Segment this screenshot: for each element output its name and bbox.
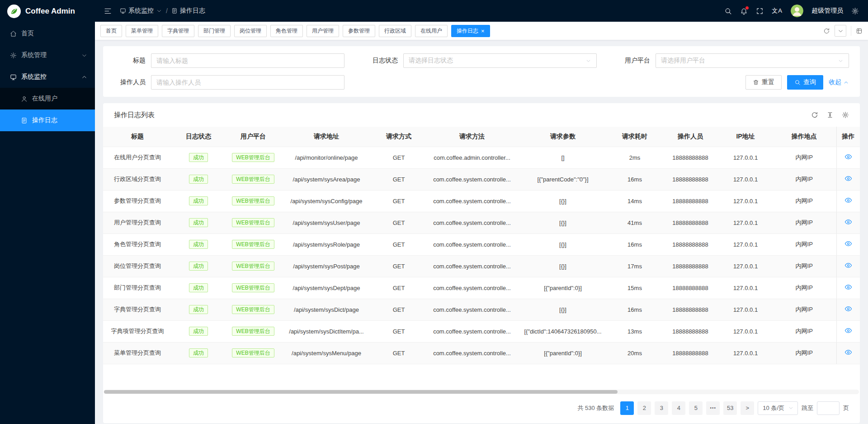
- tab-item[interactable]: 字典管理: [162, 25, 194, 37]
- jump-page-input[interactable]: [817, 401, 840, 415]
- cell-method: GET: [372, 147, 426, 168]
- tab-item[interactable]: 角色管理: [270, 25, 303, 37]
- notification-dot: [745, 6, 749, 10]
- platform-badge: WEB管理后台: [232, 348, 274, 357]
- tab-item[interactable]: 在线用户: [415, 25, 448, 37]
- view-detail-eye-icon[interactable]: [844, 348, 852, 356]
- pagination-page-1[interactable]: 1: [620, 401, 634, 415]
- pagination-page-53[interactable]: 53: [723, 401, 737, 415]
- sidebar-item-online-users[interactable]: 在线用户: [0, 88, 95, 110]
- cell-location: 内网IP: [772, 320, 836, 342]
- cell-title: 部门管理分页查询: [103, 277, 172, 299]
- translate-icon[interactable]: 文A: [772, 7, 783, 15]
- user-avatar[interactable]: [791, 5, 803, 17]
- sidebar-item-system-management[interactable]: 系统管理: [0, 44, 95, 66]
- refresh-table-icon[interactable]: [811, 111, 818, 119]
- tab-close-icon[interactable]: ×: [481, 28, 485, 34]
- collapse-filter-link[interactable]: 收起: [829, 78, 849, 86]
- tab-bar: 首页菜单管理字典管理部门管理岗位管理角色管理用户管理参数管理行政区域在线用户操作…: [95, 22, 868, 40]
- tab-item[interactable]: 部门管理: [198, 25, 231, 37]
- cell-params: [{}]: [518, 212, 608, 233]
- view-detail-eye-icon[interactable]: [844, 218, 852, 226]
- filter-field-operator: 操作人员: [114, 75, 344, 90]
- layout-icon[interactable]: [856, 28, 863, 34]
- cell-location: 内网IP: [772, 299, 836, 320]
- page-size-select[interactable]: 10 条/页: [758, 401, 798, 415]
- reset-button[interactable]: 重置: [745, 75, 782, 90]
- header-actions: 文A 超级管理员: [724, 5, 859, 17]
- cell-location: 内网IP: [772, 277, 836, 299]
- sidebar-item-home[interactable]: 首页: [0, 23, 95, 44]
- column-header: 请求耗时: [608, 127, 662, 147]
- cell-action: [836, 277, 860, 299]
- cell-duration: 16ms: [608, 168, 662, 190]
- monitor-icon: [10, 74, 17, 81]
- breadcrumb-item-operation-log[interactable]: 操作日志: [171, 7, 205, 15]
- cell-duration: 15ms: [608, 277, 662, 299]
- operator-input[interactable]: [156, 79, 339, 86]
- horizontal-scrollbar-thumb[interactable]: [104, 390, 618, 394]
- pagination-page-2[interactable]: 2: [637, 401, 651, 415]
- table-row: 部门管理分页查询成功WEB管理后台/api/system/sysDept/pag…: [103, 277, 860, 299]
- table-settings-gear-icon[interactable]: [842, 111, 849, 119]
- pagination-page-4[interactable]: 4: [672, 401, 685, 415]
- sidebar-item-system-monitor[interactable]: 系统监控: [0, 66, 95, 88]
- pagination-page-5[interactable]: 5: [689, 401, 703, 415]
- pagination-ellipsis[interactable]: •••: [706, 401, 720, 415]
- view-detail-eye-icon[interactable]: [844, 175, 852, 182]
- search-icon[interactable]: [724, 7, 732, 15]
- cell-location: 内网IP: [772, 233, 836, 255]
- view-detail-eye-icon[interactable]: [844, 262, 852, 269]
- pagination-page-3[interactable]: 3: [655, 401, 668, 415]
- cell-status: 成功: [172, 255, 225, 277]
- table-row: 角色管理分页查询成功WEB管理后台/api/system/sysRole/pag…: [103, 233, 860, 255]
- tab-item[interactable]: 行政区域: [379, 25, 411, 37]
- view-detail-eye-icon[interactable]: [844, 305, 852, 313]
- tab-item[interactable]: 菜单管理: [126, 25, 158, 37]
- table-header-row: 标题日志状态用户平台请求地址请求方式请求方法请求参数请求耗时操作人员IP地址操作…: [103, 127, 860, 147]
- card-header: 操作日志列表: [103, 103, 860, 127]
- notification-bell-icon[interactable]: [740, 7, 748, 15]
- query-button[interactable]: 查询: [787, 75, 823, 90]
- cell-operator: 18888888888: [662, 277, 719, 299]
- breadcrumb-item-system-monitor[interactable]: 系统监控: [120, 7, 162, 15]
- username-label[interactable]: 超级管理员: [811, 7, 843, 15]
- fullscreen-icon[interactable]: [756, 7, 764, 15]
- sidebar: Coffee Admin 首页 系统管理 系统监控 在线用户: [0, 0, 95, 424]
- cell-status: 成功: [172, 212, 225, 233]
- status-badge: 成功: [189, 348, 208, 357]
- column-header: 请求地址: [281, 127, 372, 147]
- cell-operator: 18888888888: [662, 168, 719, 190]
- status-badge: 成功: [189, 327, 208, 336]
- tab-item[interactable]: 参数管理: [343, 25, 375, 37]
- sidebar-item-operation-log[interactable]: 操作日志: [0, 110, 95, 131]
- collapse-sidebar-icon[interactable]: [104, 7, 112, 15]
- column-height-icon[interactable]: [826, 111, 834, 119]
- view-detail-eye-icon[interactable]: [844, 240, 852, 248]
- status-badge: 成功: [189, 262, 208, 271]
- settings-gear-icon[interactable]: [851, 7, 859, 15]
- tab-item[interactable]: 岗位管理: [234, 25, 267, 37]
- view-detail-eye-icon[interactable]: [844, 283, 852, 291]
- title-input[interactable]: [156, 57, 339, 64]
- tabs-dropdown-chevron-icon[interactable]: [835, 25, 846, 37]
- tab-label: 角色管理: [276, 27, 297, 35]
- cell-ip: 127.0.0.1: [719, 342, 772, 364]
- cell-ip: 127.0.0.1: [719, 168, 772, 190]
- cell-method: GET: [372, 255, 426, 277]
- refresh-tabs-icon[interactable]: [823, 28, 830, 34]
- tab-item[interactable]: 用户管理: [307, 25, 339, 37]
- view-detail-eye-icon[interactable]: [844, 327, 852, 334]
- tab-item[interactable]: 首页: [100, 25, 122, 37]
- tab-item[interactable]: 操作日志×: [451, 25, 490, 37]
- divider: [851, 26, 851, 36]
- pagination-pages: 12345•••53: [620, 401, 737, 415]
- cell-platform: WEB管理后台: [225, 277, 281, 299]
- cell-status: 成功: [172, 168, 225, 190]
- view-detail-eye-icon[interactable]: [844, 196, 852, 204]
- platform-select[interactable]: 请选择用户平台: [656, 53, 849, 68]
- status-select[interactable]: 请选择日志状态: [403, 53, 597, 68]
- view-detail-eye-icon[interactable]: [844, 153, 852, 161]
- pagination-next-button[interactable]: >: [741, 401, 754, 415]
- jump-to-label: 跳至: [802, 404, 813, 412]
